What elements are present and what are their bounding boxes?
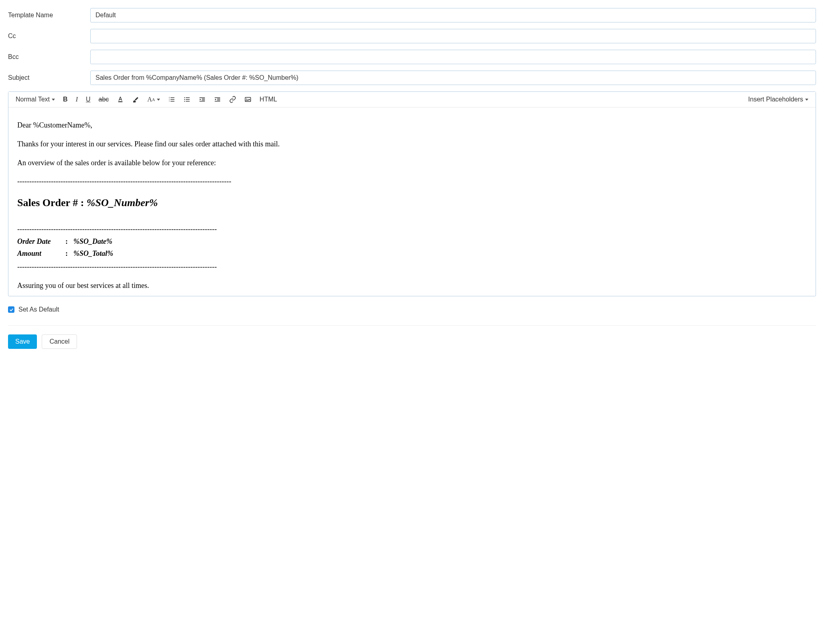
font-size-dropdown[interactable]: AA [147, 96, 160, 103]
template-name-label: Template Name [8, 12, 90, 19]
body-line1: Thanks for your interest in our services… [17, 138, 807, 150]
body-line2: An overview of the sales order is availa… [17, 157, 807, 169]
unordered-list-icon [183, 96, 191, 103]
set-default-checkbox[interactable] [8, 306, 14, 313]
body-divider2: ----------------------------------------… [17, 223, 807, 235]
set-default-label: Set As Default [18, 306, 59, 313]
detail-row-order-date: Order Date : %SO_Date% [17, 236, 807, 247]
chevron-down-icon [52, 99, 55, 101]
chevron-down-icon [157, 99, 160, 101]
editor-toolbar: Normal Text B I U abc AA [8, 92, 816, 107]
order-date-value: %SO_Date% [73, 236, 112, 247]
cancel-button[interactable]: Cancel [42, 334, 77, 349]
unordered-list-button[interactable] [183, 96, 191, 103]
editor-body[interactable]: Dear %CustomerName%, Thanks for your int… [8, 107, 816, 296]
svg-rect-0 [118, 101, 123, 102]
image-button[interactable] [244, 96, 252, 103]
html-button[interactable]: HTML [260, 96, 277, 103]
subject-input[interactable] [90, 71, 816, 85]
highlight-button[interactable] [132, 96, 139, 103]
outdent-button[interactable] [199, 96, 206, 103]
detail-colon: : [65, 248, 73, 259]
svg-point-3 [184, 101, 185, 101]
format-dropdown[interactable]: Normal Text [16, 96, 55, 103]
bold-button[interactable]: B [63, 96, 68, 103]
cc-label: Cc [8, 32, 90, 40]
check-icon [9, 308, 14, 312]
order-date-label: Order Date [17, 236, 65, 247]
strikethrough-button[interactable]: abc [99, 96, 109, 103]
svg-point-5 [246, 98, 247, 99]
detail-colon: : [65, 236, 73, 247]
insert-placeholders-label: Insert Placeholders [748, 96, 803, 103]
link-icon [229, 96, 236, 103]
editor-container: Normal Text B I U abc AA [8, 91, 816, 296]
footer-bar: Save Cancel [8, 325, 816, 349]
svg-point-1 [184, 97, 185, 98]
detail-row-amount: Amount : %SO_Total% [17, 248, 807, 259]
indent-icon [214, 96, 221, 103]
body-greeting: Dear %CustomerName%, [17, 119, 807, 131]
bcc-input[interactable] [90, 50, 816, 64]
body-divider: ----------------------------------------… [17, 176, 807, 187]
body-divider3: ----------------------------------------… [17, 261, 807, 273]
format-dropdown-label: Normal Text [16, 96, 50, 103]
italic-button[interactable]: I [76, 96, 78, 103]
body-heading-prefix: Sales Order # : [17, 197, 87, 209]
subject-label: Subject [8, 74, 90, 81]
image-icon [244, 96, 252, 103]
insert-placeholders-dropdown[interactable]: Insert Placeholders [748, 96, 808, 103]
html-button-label: HTML [260, 96, 277, 103]
chevron-down-icon [805, 99, 808, 101]
link-button[interactable] [229, 96, 236, 103]
cc-input[interactable] [90, 29, 816, 43]
highlight-icon [132, 96, 139, 103]
ordered-list-button[interactable] [168, 96, 175, 103]
save-button[interactable]: Save [8, 334, 37, 349]
font-color-button[interactable] [117, 96, 124, 103]
ordered-list-icon [168, 96, 175, 103]
body-closing: Assuring you of our best services at all… [17, 280, 807, 292]
indent-button[interactable] [214, 96, 221, 103]
bcc-label: Bcc [8, 53, 90, 61]
outdent-icon [199, 96, 206, 103]
body-heading-value: %SO_Number% [87, 197, 158, 209]
svg-point-2 [184, 99, 185, 100]
amount-label: Amount [17, 248, 65, 259]
template-name-input[interactable] [90, 8, 816, 22]
amount-value: %SO_Total% [73, 248, 113, 259]
font-color-icon [117, 96, 124, 103]
underline-button[interactable]: U [86, 96, 91, 103]
body-heading: Sales Order # : %SO_Number% [17, 194, 807, 211]
